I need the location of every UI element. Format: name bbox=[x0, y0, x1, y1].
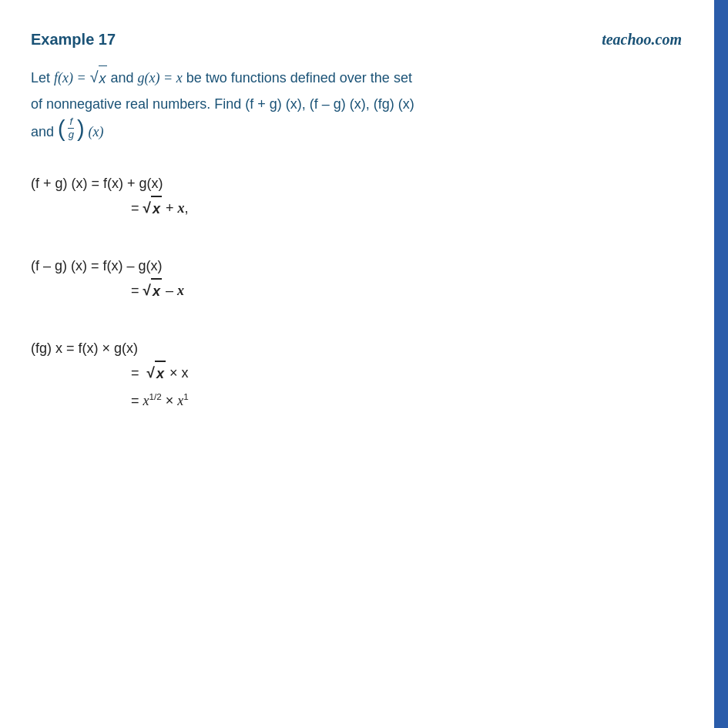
solution-part1: (f + g) (x) = f(x) + g(x) = √x + x, bbox=[31, 172, 682, 220]
example-title: Example 17 bbox=[31, 31, 116, 49]
prob-gx: g(x) = x bbox=[138, 70, 183, 86]
solution-part3: (fg) x = f(x) × g(x) = √x × x = x1/2 × x… bbox=[31, 337, 682, 412]
sup-half: 1/2 bbox=[149, 391, 162, 401]
header-row: Example 17 teachoo.com bbox=[31, 31, 682, 49]
fraction-fg: f g bbox=[67, 116, 75, 141]
part3-line2: = √x × x bbox=[131, 361, 682, 386]
page-container: Example 17 teachoo.com Let f(x) = √x and… bbox=[0, 0, 728, 728]
right-bar bbox=[714, 0, 728, 728]
sqrt-bold-2: √x bbox=[143, 278, 162, 304]
prob-fx: f(x) = bbox=[54, 70, 86, 86]
part1-line2: = √x + x, bbox=[131, 196, 682, 221]
part3-line3: = x1/2 × x1 bbox=[131, 389, 682, 413]
paren-fraction: ( f g ) bbox=[58, 116, 84, 141]
problem-statement: Let f(x) = √x and g(x) = x be two functi… bbox=[31, 64, 682, 144]
sqrt-bold-1: √x bbox=[143, 196, 162, 221]
brand-logo: teachoo.com bbox=[602, 31, 682, 49]
prob-x-after: (x) bbox=[88, 124, 103, 139]
part2-line2: = √x – x bbox=[131, 278, 682, 304]
solution-part2: (f – g) (x) = f(x) – g(x) = √x – x bbox=[31, 254, 682, 303]
sup-one: 1 bbox=[183, 391, 189, 401]
sqrt-x-problem: √x bbox=[90, 64, 107, 92]
part3-line1: (fg) x = f(x) × g(x) bbox=[31, 337, 682, 361]
part1-line1: (f + g) (x) = f(x) + g(x) bbox=[31, 172, 682, 196]
part2-line1: (f – g) (x) = f(x) – g(x) bbox=[31, 254, 682, 278]
sqrt-bold-3: √x bbox=[147, 361, 166, 386]
